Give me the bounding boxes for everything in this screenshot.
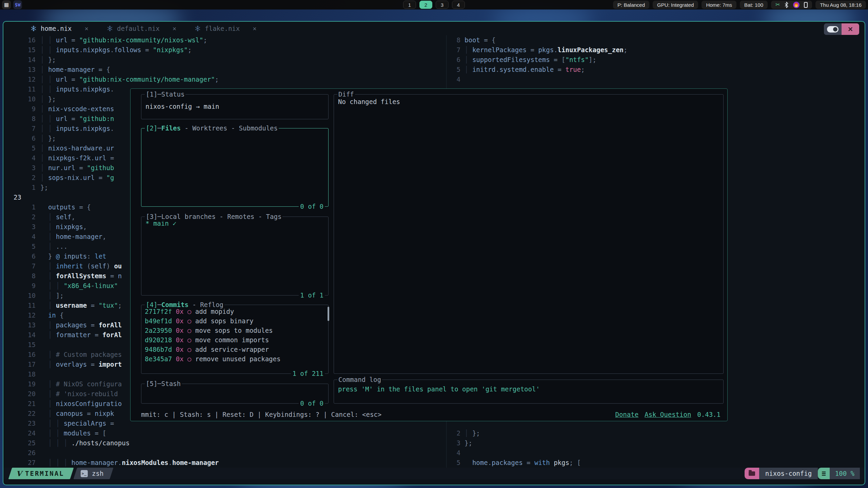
commit-list: 2717f2f 0x ○ add mopidyb49ef1d 0x ○ add … [141,305,328,364]
code-line: 4 [448,75,865,84]
commit-row[interactable]: 8e345a7 0x ○ remove unused packages [145,354,325,364]
vim-icon: V [16,469,22,478]
workspace-switcher: 1234 [403,1,465,9]
diff-panel-title: Diff [337,90,355,99]
folder-icon [749,471,755,476]
workspace-button-4[interactable]: 4 [452,1,465,9]
lazygit-commits-panel[interactable]: [4]─Commits - Reflog 2717f2f 0x ○ add mo… [141,305,329,374]
power-profile-indicator: P: Balanced [613,1,649,9]
files-count: 0 of 0 [299,202,325,211]
repo-folder-segment [745,468,759,479]
command-log-content: press 'M' in the files panel to open 'gi… [334,380,723,393]
stash-panel-title: [5]─Stash [145,379,182,388]
command-log-title: Command log [337,375,382,384]
code-line: 5 home.packages = with pkgs; [ [448,458,865,468]
lazygit-files-panel[interactable]: [2]─Files - Worktrees - Submodules 0 of … [141,128,329,207]
shell-segment: >_ zsh [73,468,113,479]
nix-snowflake-icon [195,25,201,32]
battery-indicator: Bat: 100 [740,1,768,9]
commits-count: 1 of 211 [291,369,325,378]
lazygit-popup: [1]─Status nixos-config → main [2]─Files… [130,88,728,421]
nix-snowflake-icon [107,25,113,32]
code-line: 3}; [448,438,865,448]
stash-count: 0 of 0 [299,399,325,408]
ask-question-link[interactable]: Ask Question [645,410,691,420]
tab-bar: home.nix×default.nix×flake.nix× [31,22,257,35]
code-line: 4 [448,448,865,458]
tab-close-icon[interactable]: × [173,25,176,32]
code-line: 12│ │ url = "github:nix-community/home-m… [3,75,446,84]
code-line: 8boot = { [448,35,865,45]
code-line: 27 │ │ │ home-manager.nixosModules.home-… [3,458,446,468]
commits-panel-title: [4]─Commits - Reflog [145,300,224,309]
toggle-knob-icon [827,26,839,33]
code-line: 2│ }; [448,428,865,438]
editor-right-pane-bottom: 2│ };3};45 home.packages = with pkgs; [ [448,428,865,468]
workspace-logo-icon[interactable]: $W [13,0,22,9]
scroll-percent: 100 % [830,468,860,479]
files-panel-title: [2]─Files - Worktrees - Submodules [145,124,279,133]
editor-tab-bar: home.nix×default.nix×flake.nix× × [3,22,865,35]
commit-row[interactable]: d920218 0x ○ move common imports [145,335,325,345]
status-panel-title: [1]─Status [145,90,185,99]
code-line: 15│ │ inputs.nixpkgs.follows = "nixpkgs"… [3,45,446,55]
code-line: 25 │ │ │ ./hosts/canopus [3,438,446,448]
commit-row[interactable]: 9486b7d 0x ○ add service-wrapper [145,345,325,354]
tab-label: default.nix [117,25,160,32]
app-launcher-icon[interactable]: ▦ [2,0,11,9]
terminal-icon: >_ [81,470,88,477]
repo-name: nixos-config [759,468,818,479]
donate-link[interactable]: Donate [615,410,638,420]
code-line: 16│ │ url = "github:nix-community/nixos-… [3,35,446,45]
clock: Thu Aug 08, 18:16 [815,1,866,9]
code-line: 5│ initrd.systemd.enable = true; [448,65,865,75]
phone-icon[interactable] [804,2,808,8]
list-icon: ≡ [818,468,830,479]
pin-toggle-button[interactable] [824,23,842,35]
code-line: 26 [3,448,446,458]
workspace-button-1[interactable]: 1 [403,1,416,9]
keybinding-hints: mmit: c | Stash: s | Reset: D | Keybindi… [141,410,381,420]
system-tray: ✂ [771,1,812,9]
workspace-button-2[interactable]: 2 [419,1,432,9]
ping-indicator: Home: 7ms [702,1,736,9]
tab-home.nix[interactable]: home.nix× [31,25,88,32]
flame-icon[interactable] [793,2,800,8]
gpu-indicator: GPU: Integrated [653,1,698,9]
tab-close-icon[interactable]: × [85,25,88,32]
editor-right-pane-top: 8boot = {7│ kernelPackages = pkgs.linuxP… [448,35,865,84]
commit-row[interactable]: 2a23950 0x ○ move sops to modules [145,326,325,335]
terminal-window: home.nix×default.nix×flake.nix× × 16│ │ … [3,21,865,485]
commits-scrollbar[interactable] [328,307,329,321]
scissors-icon[interactable]: ✂ [775,2,780,7]
lazygit-diff-panel[interactable]: Diff No changed files [334,94,724,374]
nix-snowflake-icon [31,25,37,32]
code-line: 6│ supportedFilesystems = ["ntfs"]; [448,55,865,65]
lazygit-version: 0.43.1 [697,410,721,420]
code-line: 24 │ │ modules = [ [3,428,446,438]
lazygit-stash-panel[interactable]: [5]─Stash 0 of 0 [141,384,329,404]
tab-label: home.nix [41,25,72,32]
window-close-button[interactable]: × [842,23,859,35]
branches-panel-title: [3]─Local branches - Remotes - Tags [145,212,282,221]
mode-segment: V TERMINAL [8,468,74,479]
lazygit-command-log-panel[interactable]: Command log press 'M' in the files panel… [334,380,724,404]
code-line: 13│ home-manager = { [3,65,446,75]
lazygit-branches-panel[interactable]: [3]─Local branches - Remotes - Tags * ma… [141,217,329,296]
lazygit-status-panel[interactable]: [1]─Status nixos-config → main [141,94,329,119]
diff-content: No changed files [334,95,723,105]
bluetooth-icon[interactable] [784,2,789,8]
tab-flake.nix[interactable]: flake.nix× [195,25,256,32]
commit-row[interactable]: b49ef1d 0x ○ add sops binary [145,316,325,326]
tab-default.nix[interactable]: default.nix× [107,25,176,32]
mode-label: TERMINAL [25,470,64,477]
code-line: 7│ kernelPackages = pkgs.linuxPackages_z… [448,45,865,55]
tab-close-icon[interactable]: × [253,25,256,32]
code-line: 14│ }; [3,55,446,65]
zellij-status-bar: V TERMINAL >_ zsh nixos-config ≡ 100 % [3,468,865,479]
top-status-bar: ▦ $W 1234 P: Balanced GPU: Integrated Ho… [0,0,868,9]
workspace-button-3[interactable]: 3 [436,1,449,9]
shell-label: zsh [92,470,103,477]
lazygit-keybindings-bar: mmit: c | Stash: s | Reset: D | Keybindi… [141,410,721,420]
tab-label: flake.nix [205,25,240,32]
